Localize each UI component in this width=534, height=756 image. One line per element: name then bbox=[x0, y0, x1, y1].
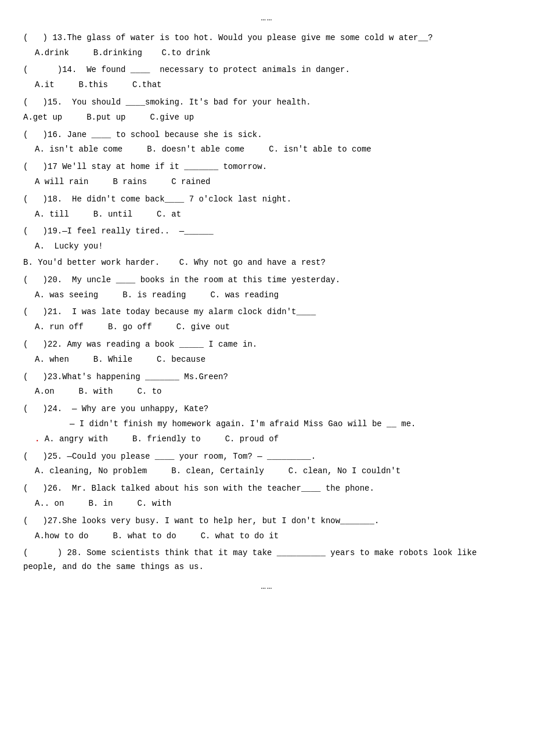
question-22: ( )22. Amy was reading a book _____ I ca… bbox=[23, 338, 511, 367]
question-28: ( ) 28. Some scientists think that it ma… bbox=[23, 546, 511, 574]
question-20: ( )20. My uncle ____ books in the room a… bbox=[23, 273, 511, 303]
q19-option-a: A. Lucky you! bbox=[35, 240, 511, 254]
q27-text: ( )27.She looks very busy. I want to hel… bbox=[23, 514, 511, 528]
q17-text: ( )17 We'll stay at home if it _______ t… bbox=[23, 160, 511, 174]
question-21: ( )21. I was late today because my alarm… bbox=[23, 305, 511, 334]
question-19: ( )19.—I feel really tired.. —______ A. … bbox=[23, 225, 511, 269]
question-25: ( )25. —Could you please ____ your room,… bbox=[23, 450, 511, 479]
question-14: ( )14. We found ____ necessary to protec… bbox=[23, 63, 511, 92]
q26-options: A.. on B. in C. with bbox=[35, 497, 511, 511]
q13-text: ( ) 13.The glass of water is too hot. Wo… bbox=[23, 31, 511, 45]
q15-options: A.get up B.put up C.give up bbox=[23, 111, 511, 125]
q25-text: ( )25. —Could you please ____ your room,… bbox=[23, 450, 511, 464]
question-15: ( )15. You should ____smoking. It's bad … bbox=[23, 96, 511, 125]
q19-option-bc: B. You'd better work harder. C. Why not … bbox=[23, 256, 511, 270]
question-26: ( )26. Mr. Black talked about his son wi… bbox=[23, 482, 511, 511]
questions-container: ( ) 13.The glass of water is too hot. Wo… bbox=[23, 31, 511, 574]
q26-text: ( )26. Mr. Black talked about his son wi… bbox=[23, 482, 511, 496]
q20-text: ( )20. My uncle ____ books in the room a… bbox=[23, 273, 511, 287]
question-27: ( )27.She looks very busy. I want to hel… bbox=[23, 514, 511, 543]
q14-text: ( )14. We found ____ necessary to protec… bbox=[23, 63, 511, 77]
question-13: ( ) 13.The glass of water is too hot. Wo… bbox=[23, 31, 511, 60]
q24-continuation: — I didn't finish my homework again. I'm… bbox=[70, 417, 511, 431]
q23-options: A.on B. with C. to bbox=[35, 385, 511, 399]
question-18: ( )18. He didn't come back____ 7 o'clock… bbox=[23, 193, 511, 222]
q17-options: A will rain B rains C rained bbox=[35, 175, 511, 189]
question-16: ( )16. Jane ____ to school because she i… bbox=[23, 128, 511, 157]
page-footer: …… bbox=[23, 580, 511, 594]
page-header: …… bbox=[23, 12, 511, 26]
q23-text: ( )23.What's happening _______ Ms.Green? bbox=[23, 370, 511, 384]
q28-text: ( ) 28. Some scientists think that it ma… bbox=[23, 546, 511, 574]
question-24: ( )24. — Why are you unhappy, Kate? — I … bbox=[23, 402, 511, 446]
q22-text: ( )22. Amy was reading a book _____ I ca… bbox=[23, 338, 511, 352]
question-23: ( )23.What's happening _______ Ms.Green?… bbox=[23, 370, 511, 399]
q19-text: ( )19.—I feel really tired.. —______ bbox=[23, 225, 511, 239]
q16-options: A. isn't able come B. doesn't able come … bbox=[35, 143, 511, 157]
q24-options: . A. angry with B. friendly to C. proud … bbox=[35, 433, 511, 447]
q24-text: ( )24. — Why are you unhappy, Kate? bbox=[23, 402, 511, 416]
q13-options: A.drink B.drinking C.to drink bbox=[35, 46, 511, 60]
question-17: ( )17 We'll stay at home if it _______ t… bbox=[23, 160, 511, 189]
q16-text: ( )16. Jane ____ to school because she i… bbox=[23, 128, 511, 142]
q25-options: A. cleaning, No problem B. clean, Certai… bbox=[35, 465, 511, 478]
q20-options: A. was seeing B. is reading C. was readi… bbox=[35, 289, 511, 303]
q18-options: A. till B. until C. at bbox=[35, 208, 511, 222]
q22-options: A. when B. While C. because bbox=[35, 353, 511, 367]
q21-text: ( )21. I was late today because my alarm… bbox=[23, 305, 511, 319]
q18-text: ( )18. He didn't come back____ 7 o'clock… bbox=[23, 193, 511, 207]
q15-text: ( )15. You should ____smoking. It's bad … bbox=[23, 96, 511, 110]
q27-options: A.how to do B. what to do C. what to do … bbox=[35, 530, 511, 543]
q21-options: A. run off B. go off C. give out bbox=[35, 321, 511, 334]
q14-options: A.it B.this C.that bbox=[35, 78, 511, 92]
